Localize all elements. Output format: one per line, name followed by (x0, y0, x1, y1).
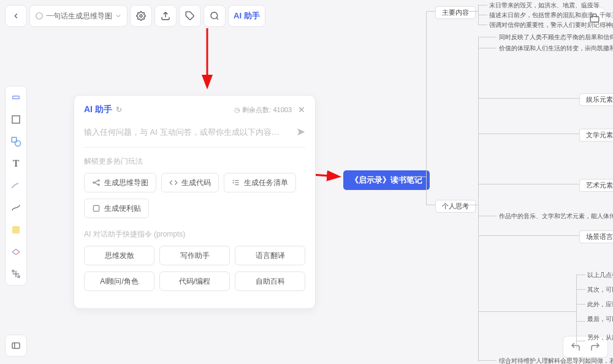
settings-button[interactable] (130, 5, 152, 27)
tool-more-icon[interactable] (9, 267, 23, 281)
node-entertain[interactable]: 娱乐元素 (579, 93, 613, 106)
leaf[interactable]: 强调对信仰的重要性，警示人们要时刻记得神的话语 (489, 21, 613, 29)
chip-divergent[interactable]: 思维发散 (84, 246, 154, 265)
tag-button[interactable] (179, 5, 201, 27)
chip-writer[interactable]: 写作助手 (159, 246, 230, 265)
node-personal-thinking[interactable]: 个人思考 (435, 200, 476, 213)
svg-point-14 (18, 276, 20, 278)
ai-assistant-button[interactable]: AI 助手 (228, 5, 265, 27)
svg-point-21 (98, 180, 99, 181)
mindmap-root-node[interactable]: 《启示录》读书笔记 (343, 170, 430, 190)
tool-mindmap-icon[interactable] (9, 245, 23, 259)
left-toolbar: T (5, 86, 27, 286)
leaf[interactable]: 同时反映了人类不顾生态平衡的后果和信仰的重要性 (499, 33, 613, 42)
top-toolbar: 一句话生成思维导图 AI 助手 (5, 5, 265, 27)
tool-sticky-icon[interactable] (9, 222, 23, 237)
svg-rect-15 (12, 343, 20, 349)
svg-point-1 (140, 15, 142, 17)
leaf[interactable]: 此外，应该注意作为不新趋势、影响目前或 (587, 300, 613, 309)
mindmap-canvas[interactable]: 《启示录》读书笔记 主要内容 个人思考 末日带来的毁灭，如洪水、地震、瘟疫等 描… (343, 0, 613, 364)
tool-text-icon[interactable]: T (9, 156, 23, 171)
ai-prompt-input[interactable] (84, 127, 296, 137)
node-main-content[interactable]: 主要内容 (435, 6, 476, 19)
page-title: 一句话生成思维导图 (46, 11, 112, 21)
node-scene[interactable]: 场景语言 (579, 230, 613, 243)
points-remaining: 剩余点数: 41003 (242, 105, 292, 115)
svg-rect-10 (12, 226, 20, 233)
chip-translate[interactable]: 语言翻译 (235, 246, 305, 265)
refresh-icon[interactable]: ↻ (116, 105, 122, 114)
leaf[interactable]: 末日带来的毁灭，如洪水、地震、瘟疫等 (489, 1, 600, 10)
prompts-section-label: AI 对话助手快捷指令 (prompts) (84, 229, 305, 240)
layers-button[interactable] (5, 335, 27, 357)
leaf[interactable]: 其次，可以通过搜索会引发感概共的、且 (587, 286, 613, 294)
svg-point-0 (36, 13, 43, 20)
search-button[interactable] (204, 5, 226, 27)
clock-icon: ◷ (234, 106, 240, 114)
chip-generate-sticky[interactable]: 生成便利贴 (84, 199, 149, 218)
chip-encyclopedia[interactable]: 自助百科 (235, 271, 305, 291)
svg-line-23 (94, 181, 98, 183)
leaf[interactable]: 描述末日前夕，包括世界的混乱和崩溃，千年王国的到来等 (489, 11, 613, 20)
tool-pen-icon[interactable] (9, 178, 23, 193)
tool-select-icon[interactable] (9, 90, 23, 105)
chip-generate-mindmap[interactable]: 生成思维导图 (84, 173, 156, 192)
leaf[interactable]: 价值的体现和人们生活的转变，崇尚凯撒和生命价值观念或信仰观点都在该有境 (499, 44, 613, 53)
annotation-arrow-1 (190, 27, 227, 94)
title-dropdown[interactable]: 一句话生成思维导图 (29, 5, 128, 27)
chip-generate-code[interactable]: 生成代码 (161, 173, 219, 192)
leaf[interactable]: 以上几点都通过艺术表现中的音乐、文学和艺 (587, 271, 613, 279)
leaf[interactable]: 另外，从简进一步通行音乐、文学和的等资，请再次心 (587, 333, 613, 342)
leaf[interactable]: 最后，可以演绎和考虑是的人产生提解决方案等 (587, 315, 613, 324)
node-literary[interactable]: 文学元素 (579, 129, 613, 142)
svg-rect-7 (12, 116, 20, 123)
chip-code[interactable]: 代码/编程 (159, 271, 230, 291)
tool-shape-icon[interactable] (9, 134, 23, 149)
ai-panel-title: AI 助手 ↻ (84, 104, 122, 115)
svg-point-4 (211, 12, 218, 19)
svg-point-9 (15, 141, 21, 146)
svg-point-13 (12, 270, 14, 272)
close-icon[interactable]: ✕ (298, 105, 305, 115)
chip-role[interactable]: AI顾问/角色 (84, 271, 154, 291)
svg-line-24 (94, 183, 98, 185)
chip-generate-tasklist[interactable]: 生成任务清单 (224, 173, 296, 192)
svg-point-20 (93, 182, 94, 183)
leaf[interactable]: 作品中的音乐、文学和艺术元素，能人体传统说的娱乐感等 (499, 212, 613, 221)
ai-assistant-panel: AI 助手 ↻ ◷剩余点数: 41003 ✕ ➤ 解锁更多热门玩法 生成思维导图… (74, 95, 316, 309)
export-button[interactable] (154, 5, 177, 27)
back-button[interactable] (5, 5, 27, 27)
hot-section-label: 解锁更多热门玩法 (84, 156, 305, 167)
svg-rect-6 (13, 96, 20, 99)
svg-rect-28 (93, 205, 99, 211)
tool-connector-icon[interactable] (9, 200, 23, 215)
node-art[interactable]: 艺术元素 (579, 179, 613, 192)
svg-line-5 (216, 18, 218, 20)
send-icon[interactable]: ➤ (296, 125, 305, 138)
leaf[interactable]: 综合对待维护人理解科会思导列如同做，若若亮点做 (499, 357, 613, 364)
tool-frame-icon[interactable] (9, 112, 23, 127)
svg-point-22 (98, 184, 99, 185)
